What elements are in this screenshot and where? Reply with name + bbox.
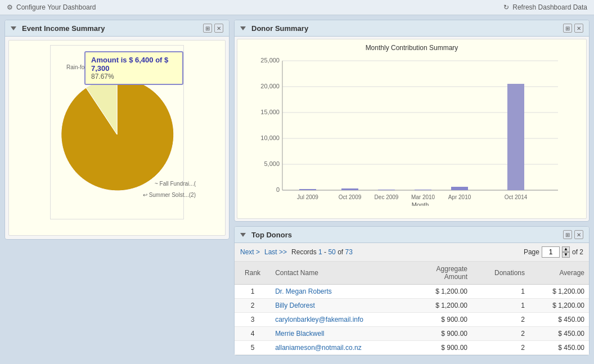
average-cell: $ 1,200.00: [529, 299, 589, 313]
average-header: Average: [529, 262, 589, 285]
page-up-button[interactable]: ▲: [562, 246, 570, 252]
pie-chart-svg: [55, 73, 179, 196]
configure-dashboard-link[interactable]: Configure Your Dashboard: [7, 3, 96, 11]
svg-rect-14: [299, 189, 316, 190]
donor-link[interactable]: allaniameson@notmail.co.nz: [275, 344, 362, 352]
collapse-icon: [240, 233, 246, 237]
next-link[interactable]: Next >: [240, 248, 260, 256]
contact-header: Contact Name: [271, 262, 412, 285]
svg-text:Oct 2014: Oct 2014: [505, 194, 528, 200]
chart-area: Monthly Contribution Summary 25,000 20,0…: [237, 39, 587, 219]
table-row: 5 allaniameson@notmail.co.nz $ 900.00 2 …: [235, 341, 589, 355]
close-button[interactable]: ✕: [574, 24, 583, 33]
svg-text:Apr 2010: Apr 2010: [448, 194, 471, 200]
donations-cell: 2: [472, 341, 529, 355]
page-label: Page: [524, 248, 539, 256]
configure-label: Configure Your Dashboard: [16, 3, 96, 11]
right-panel: Donor Summary ⊞ ✕ Monthly Contribution S…: [234, 20, 590, 356]
svg-rect-17: [415, 190, 431, 190]
top-donors-header: Top Donors ⊞ ✕: [235, 227, 589, 243]
pie-svg-wrapper: Rain-forest ...(3) ~ Fall Fundrai...( ↩ …: [55, 73, 179, 198]
svg-rect-15: [341, 188, 358, 190]
donations-cell: 1: [472, 299, 529, 313]
expand-button[interactable]: ⊞: [563, 24, 572, 33]
aggregate-cell: $ 900.00: [412, 313, 472, 327]
refresh-label: Refresh Dashboard Data: [512, 3, 587, 11]
pie-tooltip: Amount is $ 6,400 of $ 7,300 87.67%: [84, 51, 183, 85]
records-total: 73: [345, 248, 352, 256]
records-from: 1: [318, 248, 322, 256]
svg-text:15,000: 15,000: [260, 109, 280, 115]
last-link[interactable]: Last >>: [264, 248, 287, 256]
average-cell: $ 450.00: [529, 341, 589, 355]
rank-cell: 5: [235, 341, 271, 355]
donor-summary-body: Monthly Contribution Summary 25,000 20,0…: [235, 37, 589, 221]
donor-summary-header: Donor Summary ⊞ ✕: [235, 20, 589, 37]
pie-chart-container: Rain-forest ...(3) ~ Fall Fundrai...( ↩ …: [55, 73, 179, 198]
table-header-row: Rank Contact Name Aggregate Amount Donat…: [235, 262, 589, 285]
close-button[interactable]: ✕: [574, 230, 583, 239]
donor-summary-title: Donor Summary: [240, 24, 308, 33]
rank-cell: 1: [235, 285, 271, 299]
widget-controls: ⊞ ✕: [563, 24, 583, 33]
pie-chart-area: Amount is $ 6,400 of $ 7,300 87.67%: [50, 45, 184, 219]
aggregate-cell: $ 900.00: [412, 327, 472, 341]
page-input[interactable]: [542, 246, 560, 258]
aggregate-cell: $ 1,200.00: [412, 299, 472, 313]
page-spinner: ▲ ▼: [562, 246, 570, 258]
refresh-icon: [503, 3, 509, 11]
table-row: 3 carylonbarkley@fakemail.info $ 900.00 …: [235, 313, 589, 327]
widget-controls: ⊞ ✕: [203, 24, 223, 33]
bar-chart-svg: 25,000 20,000 15,000 10,000 5,000 0: [242, 54, 582, 206]
svg-text:25,000: 25,000: [260, 57, 280, 64]
aggregate-cell: $ 900.00: [412, 341, 472, 355]
donations-cell: 1: [472, 285, 529, 299]
top-donors-widget: Top Donors ⊞ ✕ Next > Last >> Records 1 …: [234, 226, 590, 356]
table-row: 1 Dr. Megan Roberts $ 1,200.00 1 $ 1,200…: [235, 285, 589, 299]
contact-cell: carylonbarkley@fakemail.info: [271, 313, 412, 327]
donations-header: Donations: [472, 262, 529, 285]
slice-label-summer: ↩ Summer Solst...(2): [143, 192, 196, 198]
table-row: 2 Billy Deforest $ 1,200.00 1 $ 1,200.00: [235, 299, 589, 313]
donor-link[interactable]: Dr. Megan Roberts: [275, 287, 332, 295]
main-content: Event Income Summary ⊞ ✕ Amount is $ 6,4…: [0, 15, 594, 360]
aggregate-cell: $ 1,200.00: [412, 285, 472, 299]
event-income-widget: Event Income Summary ⊞ ✕ Amount is $ 6,4…: [4, 20, 230, 240]
average-cell: $ 450.00: [529, 313, 589, 327]
close-button[interactable]: ✕: [214, 24, 223, 33]
aggregate-header: Aggregate Amount: [412, 262, 472, 285]
of-pages: of 2: [572, 248, 583, 256]
table-row: 4 Merrie Blackwell $ 900.00 2 $ 450.00: [235, 327, 589, 341]
svg-text:10,000: 10,000: [260, 134, 280, 141]
svg-text:5,000: 5,000: [264, 160, 280, 167]
donor-link[interactable]: Merrie Blackwell: [275, 330, 324, 338]
svg-text:20,000: 20,000: [260, 83, 280, 89]
top-bar: Configure Your Dashboard Refresh Dashboa…: [0, 0, 594, 15]
svg-text:Dec 2009: Dec 2009: [375, 194, 399, 200]
rank-cell: 2: [235, 299, 271, 313]
svg-rect-18: [451, 187, 468, 190]
donations-cell: 2: [472, 327, 529, 341]
contact-cell: allaniameson@notmail.co.nz: [271, 341, 412, 355]
svg-rect-16: [378, 190, 395, 190]
expand-button[interactable]: ⊞: [563, 230, 572, 239]
expand-button[interactable]: ⊞: [203, 24, 212, 33]
page-down-button[interactable]: ▼: [562, 252, 570, 258]
svg-text:0: 0: [276, 186, 280, 193]
records-to: 50: [328, 248, 335, 256]
donor-link[interactable]: carylonbarkley@fakemail.info: [275, 316, 363, 323]
donors-table: Rank Contact Name Aggregate Amount Donat…: [235, 262, 589, 355]
collapse-icon: [240, 26, 246, 30]
event-income-header: Event Income Summary ⊞ ✕: [5, 20, 229, 37]
rank-cell: 4: [235, 327, 271, 341]
contact-cell: Billy Deforest: [271, 299, 412, 313]
svg-text:Month: Month: [412, 201, 429, 206]
donations-cell: 2: [472, 313, 529, 327]
donor-link[interactable]: Billy Deforest: [275, 302, 315, 309]
average-cell: $ 1,200.00: [529, 285, 589, 299]
donors-table-body: 1 Dr. Megan Roberts $ 1,200.00 1 $ 1,200…: [235, 285, 589, 355]
svg-rect-19: [507, 84, 524, 190]
left-panel: Event Income Summary ⊞ ✕ Amount is $ 6,4…: [4, 20, 230, 356]
refresh-dashboard-link[interactable]: Refresh Dashboard Data: [503, 3, 587, 11]
gear-icon: [7, 3, 13, 11]
